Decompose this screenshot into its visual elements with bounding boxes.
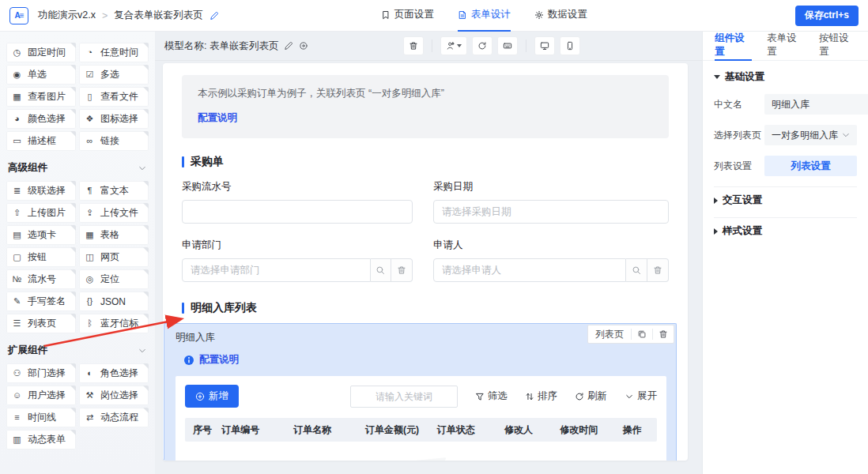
component-checkbox[interactable]: ☑多选: [79, 65, 149, 85]
component-list-page[interactable]: ☰列表页: [6, 314, 76, 333]
tab-data-settings-label: 数据设置: [548, 8, 587, 21]
config-help-link[interactable]: 配置说明: [198, 111, 237, 125]
toolbar-divider: [526, 40, 526, 52]
desktop-preview-button[interactable]: [534, 36, 555, 55]
department-clear-button[interactable]: [391, 258, 413, 282]
department-search-button[interactable]: [371, 258, 392, 282]
column-header[interactable]: 操作: [615, 423, 657, 437]
phone-icon: [565, 41, 575, 51]
style-settings-header[interactable]: 样式设置: [714, 224, 857, 238]
breadcrumb-app[interactable]: 功能演示v2.x: [38, 9, 96, 22]
ai-assist-button[interactable]: [440, 36, 467, 55]
column-header[interactable]: 订单金额(元): [357, 423, 429, 437]
list-page-icon: ☰: [12, 319, 22, 328]
component-type-label: 列表页: [588, 328, 631, 341]
model-target-icon[interactable]: [299, 41, 308, 51]
component-webpage[interactable]: ◫网页: [79, 247, 149, 267]
component-icon-picker[interactable]: ❖图标选择: [79, 109, 149, 129]
component-user-select[interactable]: ☺用户选择: [6, 386, 76, 405]
filter-button[interactable]: 筛选: [475, 389, 508, 403]
basic-settings-header[interactable]: 基础设置: [714, 70, 857, 84]
component-table[interactable]: ▦表格: [79, 225, 149, 245]
section-divider: [714, 217, 857, 218]
app-logo-icon[interactable]: A≡: [9, 7, 28, 24]
breadcrumb-page: 复合表单嵌套列表页: [114, 9, 203, 22]
tab-page-settings[interactable]: 页面设置: [381, 0, 434, 32]
applicant-input[interactable]: [433, 258, 626, 282]
component-color-picker[interactable]: ◕颜色选择: [6, 109, 76, 129]
column-header[interactable]: 订单名称: [285, 423, 357, 437]
radio-icon: ◉: [12, 70, 22, 79]
applicant-clear-button[interactable]: [647, 258, 669, 282]
tab-card-icon: ▤: [12, 231, 22, 239]
component-json[interactable]: {}JSON: [79, 292, 149, 311]
component-dynamic-flow[interactable]: ⇄动态流程: [79, 408, 149, 427]
component-upload-image[interactable]: ⇧上传图片: [6, 203, 76, 223]
sort-button[interactable]: 排序: [525, 389, 557, 403]
save-button[interactable]: 保存ctrl+s: [795, 6, 859, 26]
style-settings-section: 样式设置: [703, 221, 868, 241]
list-page-select[interactable]: 一对多明细入库: [764, 125, 857, 145]
edit-page-name-icon[interactable]: [209, 11, 219, 21]
purchase-date-input[interactable]: [433, 200, 669, 224]
expand-button[interactable]: 展开: [625, 389, 657, 403]
component-signature[interactable]: ✎手写签名: [6, 292, 76, 311]
trash-icon: [409, 41, 418, 51]
edit-model-name-icon[interactable]: [284, 41, 293, 51]
component-upload-file[interactable]: ⇪上传文件: [79, 203, 149, 223]
applicant-search-button[interactable]: [626, 258, 647, 282]
design-canvas: 模型名称: 表单嵌套列表页 本示例以采购订单为例子，关联列表页 “一对多明细入库…: [155, 32, 702, 474]
list-page-component-selected[interactable]: 明细入库 列表页 配置说明 新增: [164, 323, 677, 461]
component-cascade-select[interactable]: ≣级联选择: [6, 181, 76, 201]
column-header[interactable]: 订单编号: [213, 423, 285, 437]
interaction-settings-header[interactable]: 交互设置: [714, 194, 857, 207]
column-header[interactable]: 订单状态: [429, 423, 496, 437]
tab-form-design[interactable]: 表单设计: [458, 0, 511, 32]
chevron-down-icon: [138, 164, 147, 173]
column-header[interactable]: 修改人: [496, 423, 552, 437]
copy-icon: [637, 329, 647, 339]
column-header[interactable]: 修改时间: [552, 423, 615, 437]
clear-canvas-button[interactable]: [403, 36, 424, 55]
group-advanced-components[interactable]: 高级组件: [8, 161, 147, 175]
add-record-button[interactable]: 新增: [185, 385, 239, 408]
component-link[interactable]: ∞链接: [79, 131, 149, 151]
component-description-box[interactable]: ▭描述框: [6, 131, 76, 151]
component-tab-card[interactable]: ▤选项卡: [6, 225, 76, 245]
group-extended-components[interactable]: 扩展组件: [8, 344, 147, 357]
component-sidebar: ◷固定时间 ◔任意时间 ◉单选 ☑多选 ▦查看图片 ▯查看文件 ◕颜色选择 ❖图…: [0, 32, 155, 474]
component-serial-number[interactable]: №流水号: [6, 269, 76, 289]
component-rich-text[interactable]: ¶富文本: [79, 181, 149, 201]
component-fixed-time[interactable]: ◷固定时间: [6, 43, 76, 62]
keyword-search-input[interactable]: [350, 386, 458, 408]
sync-button[interactable]: [472, 36, 492, 55]
component-view-image[interactable]: ▦查看图片: [6, 87, 76, 107]
purchase-serial-input[interactable]: [182, 200, 413, 224]
tab-component-settings[interactable]: 组件设置: [715, 32, 752, 61]
panel-config-link[interactable]: 配置说明: [183, 353, 666, 367]
component-view-file[interactable]: ▯查看文件: [79, 87, 149, 107]
copy-component-button[interactable]: [632, 329, 652, 339]
component-role-select[interactable]: ◐角色选择: [79, 363, 149, 383]
tab-form-settings[interactable]: 表单设置: [767, 32, 804, 61]
component-any-time[interactable]: ◔任意时间: [79, 43, 149, 62]
component-name-input[interactable]: [764, 94, 868, 115]
component-timeline[interactable]: ≡时间线: [6, 408, 76, 427]
column-header[interactable]: 序号: [185, 423, 213, 437]
refresh-button[interactable]: 刷新: [575, 389, 607, 403]
tab-button-settings[interactable]: 按钮设置: [819, 32, 856, 61]
component-dynamic-form[interactable]: ▥动态表单: [6, 430, 76, 450]
component-location[interactable]: ◎定位: [79, 269, 149, 289]
component-department-select[interactable]: ⚇部门选择: [6, 363, 76, 383]
component-radio[interactable]: ◉单选: [6, 65, 76, 85]
keyboard-icon: [503, 41, 512, 51]
component-bluetooth-beacon[interactable]: ᛒ蓝牙信标: [79, 314, 149, 333]
component-button[interactable]: ▢按钮: [6, 247, 76, 267]
apply-department-input[interactable]: [182, 258, 371, 282]
list-config-button[interactable]: 列表设置: [764, 156, 857, 176]
delete-component-button[interactable]: [653, 329, 674, 339]
mobile-preview-button[interactable]: [560, 36, 580, 55]
component-position-select[interactable]: ⚒岗位选择: [79, 386, 149, 405]
tab-data-settings[interactable]: 数据设置: [534, 0, 587, 32]
shortcut-keys-button[interactable]: [497, 36, 518, 55]
